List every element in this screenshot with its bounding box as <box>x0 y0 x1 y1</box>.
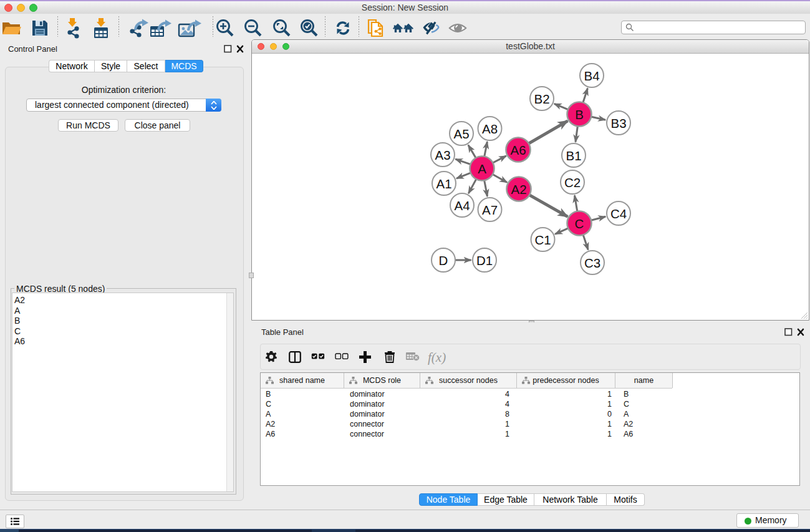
svg-text:A2: A2 <box>511 182 526 196</box>
svg-text:B2: B2 <box>534 92 549 106</box>
svg-text:C3: C3 <box>584 256 600 270</box>
svg-text:D1: D1 <box>476 253 493 268</box>
svg-text:B4: B4 <box>584 69 599 83</box>
svg-text:C1: C1 <box>534 233 551 247</box>
svg-text:A: A <box>478 162 486 176</box>
svg-text:C2: C2 <box>564 175 581 190</box>
svg-text:C4: C4 <box>610 206 627 221</box>
svg-text:B1: B1 <box>566 148 581 163</box>
svg-text:A8: A8 <box>482 122 498 136</box>
svg-text:D: D <box>439 253 448 268</box>
svg-text:A7: A7 <box>482 203 498 217</box>
svg-text:A6: A6 <box>510 143 526 157</box>
svg-text:A5: A5 <box>453 127 469 141</box>
svg-text:A3: A3 <box>435 148 450 162</box>
svg-text:B: B <box>575 107 584 122</box>
svg-text:A1: A1 <box>436 177 451 191</box>
svg-text:B3: B3 <box>610 116 626 130</box>
svg-text:A4: A4 <box>454 198 470 213</box>
svg-text:C: C <box>575 216 584 231</box>
